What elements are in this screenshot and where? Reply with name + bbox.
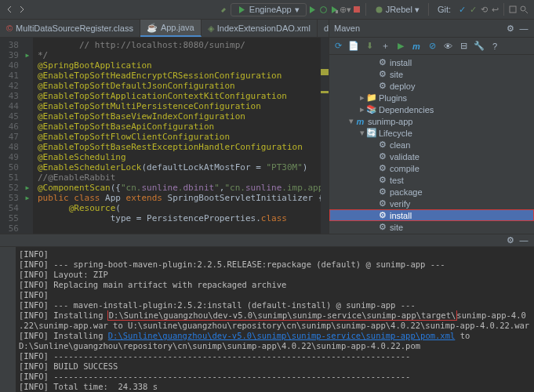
download-icon[interactable]: ⬇ <box>364 41 375 52</box>
console-gutter <box>0 247 16 393</box>
profile-icon[interactable]: ⊕▾ <box>340 4 351 15</box>
gutter: ▶▶▶ <box>22 38 33 234</box>
dimension-note: 25 x 169 ms <box>19 247 66 249</box>
console-line: [INFO] Installing D:\Sunline\guangzhou\d… <box>19 310 531 321</box>
add-icon[interactable]: ＋ <box>380 41 391 52</box>
debug-icon[interactable] <box>318 4 329 15</box>
run-icon[interactable] <box>307 4 318 15</box>
tree-node-deploy[interactable]: ⚙deploy <box>329 233 534 234</box>
svg-rect-2 <box>354 6 360 13</box>
minimap[interactable] <box>321 38 329 234</box>
tree-node-package[interactable]: ⚙package <box>329 186 534 198</box>
svg-point-0 <box>321 6 327 13</box>
tree-node-lifecycle[interactable]: ▾🔄Lifecycle <box>329 127 534 139</box>
git-label: Git: <box>433 3 456 16</box>
code-body[interactable]: // http://localhost:8080/sunimp/*/@Sprin… <box>33 38 321 234</box>
collapse-icon[interactable]: ⊟ <box>458 41 469 52</box>
editor-pane: ©MultiDataSourceRegister.class☕App.java◈… <box>0 20 329 234</box>
file-tab[interactable]: ◈IndexExtensionDAO.xml <box>202 20 318 37</box>
svg-rect-4 <box>510 6 516 13</box>
offline-icon[interactable]: 👁 <box>442 41 453 52</box>
console-line: [INFO] --- spring-boot-maven-plugin:2.2.… <box>19 260 531 270</box>
console-line: [INFO] --- maven-install-plugin:2.5.2:in… <box>19 300 531 310</box>
toggle-skip-icon[interactable]: ⊘ <box>427 41 438 52</box>
tree-node-dependencies[interactable]: ▸📚Dependencies <box>329 103 534 115</box>
tree-node-site[interactable]: ⚙site <box>329 221 534 233</box>
tree-node-site[interactable]: ⚙site <box>329 68 534 80</box>
jrebel-button[interactable]: JRebel ▾ <box>370 3 424 16</box>
svg-rect-1 <box>336 10 338 13</box>
console-line: [INFO] Layout: ZIP <box>19 270 531 280</box>
editor-tabs: ©MultiDataSourceRegister.class☕App.java◈… <box>0 20 329 38</box>
help-icon[interactable]: ? <box>489 41 500 52</box>
console-line: [INFO] Replacing main artifact with repa… <box>19 280 531 290</box>
hammer-icon[interactable] <box>219 4 230 15</box>
console-line: [INFO] <box>19 290 531 300</box>
run-maven-icon[interactable]: ▶ <box>395 41 406 52</box>
hide-icon[interactable]: — <box>518 23 529 34</box>
maven-title: Maven <box>334 24 360 33</box>
console-line: [INFO] Total time: 24.338 s <box>19 382 531 392</box>
forward-icon[interactable] <box>16 4 27 15</box>
tree-node-plugins[interactable]: ▸📁Plugins <box>329 92 534 103</box>
back-icon[interactable] <box>5 4 16 15</box>
hide-icon[interactable]: — <box>518 234 529 245</box>
maven-tree[interactable]: ⚙install⚙site⚙deploy▸📁Plugins▸📚Dependenc… <box>329 55 534 234</box>
stop-icon[interactable] <box>351 4 362 15</box>
tree-node-install[interactable]: ⚙install <box>329 209 534 221</box>
dropdown-icon: ▾ <box>295 5 300 15</box>
tree-node-test[interactable]: ⚙test <box>329 174 534 186</box>
git-update-icon[interactable]: ✓ <box>456 4 467 15</box>
tree-node-validate[interactable]: ⚙validate <box>329 151 534 162</box>
settings-icon[interactable] <box>507 4 518 15</box>
tree-node-clean[interactable]: ⚙clean <box>329 139 534 151</box>
run-config-label: EngineApp <box>249 5 292 14</box>
m-icon[interactable]: m <box>411 41 422 52</box>
console-line: [INFO] BUILD SUCCESS <box>19 361 531 372</box>
console-line: .22\sunimp-app.war to U:\sunline\guangzh… <box>19 321 531 331</box>
tree-node-compile[interactable]: ⚙compile <box>329 162 534 174</box>
reload-icon[interactable]: ⟳ <box>332 41 343 52</box>
settings2-icon[interactable]: 🔧 <box>474 41 485 52</box>
gear-icon[interactable]: ⚙ <box>505 235 516 246</box>
svg-point-5 <box>521 6 525 11</box>
file-tab[interactable]: ©MultiDataSourceRegister.class <box>0 20 140 37</box>
file-tab[interactable]: ☕App.java <box>140 20 202 37</box>
gear-icon[interactable]: ⚙ <box>505 23 516 34</box>
git-commit-icon[interactable]: ✓ <box>467 4 478 15</box>
console-tool-window: ⚙ — 25 x 169 ms [INFO] [INFO] --- spring… <box>0 234 534 392</box>
run-config-selector[interactable]: EngineApp ▾ <box>231 3 307 16</box>
git-history-icon[interactable]: ⟲ <box>478 4 489 15</box>
console-line: [INFO] Installing D:\Sunline\guangzhou\d… <box>19 331 531 341</box>
svg-point-3 <box>376 6 382 13</box>
tree-node-verify[interactable]: ⚙verify <box>329 198 534 209</box>
console-line: [INFO] ---------------------------------… <box>19 372 531 382</box>
tree-node-install[interactable]: ⚙install <box>329 56 534 68</box>
tree-node-deploy[interactable]: ⚙deploy <box>329 80 534 92</box>
git-revert-icon[interactable]: ↩ <box>489 4 500 15</box>
maven-toolbar: ⟳ 📄 ⬇ ＋ ▶ m ⊘ 👁 ⊟ 🔧 ? <box>329 38 534 55</box>
console-line: [INFO] ---------------------------------… <box>19 351 531 361</box>
console-output[interactable]: 25 x 169 ms [INFO] [INFO] --- spring-boo… <box>16 247 534 393</box>
console-line: D:\Sunline\guangzhou\repository\cn\sunim… <box>19 341 531 351</box>
maven-tool-window: Maven ⚙ — ⟳ 📄 ⬇ ＋ ▶ m ⊘ 👁 ⊟ 🔧 ? ⚙install… <box>329 20 534 234</box>
console-line: [INFO] <box>19 249 531 260</box>
main-toolbar: EngineApp ▾ ⊕▾ JRebel ▾ Git: ✓ ✓ ⟲ ↩ <box>0 0 534 20</box>
line-numbers: 38394041424344454647484950515253545556 <box>0 38 22 234</box>
search-icon[interactable] <box>518 4 529 15</box>
generate-icon[interactable]: 📄 <box>348 41 359 52</box>
tree-node-sunimp-app[interactable]: ▾msunimp-app <box>329 115 534 127</box>
coverage-icon[interactable] <box>329 4 340 15</box>
